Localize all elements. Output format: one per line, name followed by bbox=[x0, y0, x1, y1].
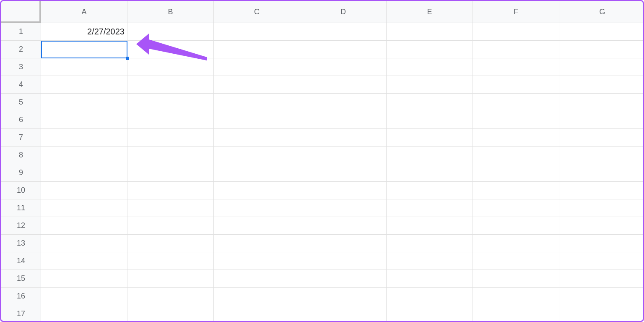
cell-g13[interactable] bbox=[559, 235, 643, 252]
cell-e15[interactable] bbox=[387, 270, 473, 288]
cell-a9[interactable] bbox=[41, 164, 127, 182]
cell-a5[interactable] bbox=[41, 94, 127, 111]
cell-d13[interactable] bbox=[300, 235, 387, 252]
cell-a6[interactable] bbox=[41, 111, 127, 129]
row-header-12[interactable]: 12 bbox=[1, 217, 41, 235]
cell-f14[interactable] bbox=[473, 252, 559, 270]
column-header-d[interactable]: D bbox=[300, 1, 387, 23]
cell-b6[interactable] bbox=[127, 111, 214, 129]
cell-g8[interactable] bbox=[559, 147, 643, 164]
cell-c14[interactable] bbox=[214, 252, 300, 270]
cell-e7[interactable] bbox=[387, 129, 473, 147]
cell-e13[interactable] bbox=[387, 235, 473, 252]
cell-e12[interactable] bbox=[387, 217, 473, 235]
row-header-6[interactable]: 6 bbox=[1, 111, 41, 129]
cell-f7[interactable] bbox=[473, 129, 559, 147]
cell-f1[interactable] bbox=[473, 23, 559, 41]
cell-a2[interactable] bbox=[41, 41, 127, 58]
cell-e1[interactable] bbox=[387, 23, 473, 41]
cell-d4[interactable] bbox=[300, 76, 387, 94]
cell-a16[interactable] bbox=[41, 288, 127, 305]
cell-b12[interactable] bbox=[127, 217, 214, 235]
cell-c5[interactable] bbox=[214, 94, 300, 111]
cell-b1[interactable] bbox=[127, 23, 214, 41]
cell-e9[interactable] bbox=[387, 164, 473, 182]
cell-g17[interactable] bbox=[559, 305, 643, 321]
cell-a8[interactable] bbox=[41, 147, 127, 164]
cell-b3[interactable] bbox=[127, 58, 214, 76]
column-header-b[interactable]: B bbox=[127, 1, 214, 23]
cell-d16[interactable] bbox=[300, 288, 387, 305]
cell-b11[interactable] bbox=[127, 199, 214, 217]
row-header-10[interactable]: 10 bbox=[1, 182, 41, 199]
row-header-4[interactable]: 4 bbox=[1, 76, 41, 94]
cell-c16[interactable] bbox=[214, 288, 300, 305]
cell-g11[interactable] bbox=[559, 199, 643, 217]
cell-c10[interactable] bbox=[214, 182, 300, 199]
row-header-1[interactable]: 1 bbox=[1, 23, 41, 41]
row-header-3[interactable]: 3 bbox=[1, 58, 41, 76]
cell-f10[interactable] bbox=[473, 182, 559, 199]
cell-f5[interactable] bbox=[473, 94, 559, 111]
cell-a11[interactable] bbox=[41, 199, 127, 217]
cell-g10[interactable] bbox=[559, 182, 643, 199]
cell-f2[interactable] bbox=[473, 41, 559, 58]
row-header-2[interactable]: 2 bbox=[1, 41, 41, 58]
cell-d5[interactable] bbox=[300, 94, 387, 111]
cell-b14[interactable] bbox=[127, 252, 214, 270]
cell-a10[interactable] bbox=[41, 182, 127, 199]
cell-a13[interactable] bbox=[41, 235, 127, 252]
cell-d3[interactable] bbox=[300, 58, 387, 76]
cell-d14[interactable] bbox=[300, 252, 387, 270]
cell-d17[interactable] bbox=[300, 305, 387, 321]
cell-c9[interactable] bbox=[214, 164, 300, 182]
cell-g3[interactable] bbox=[559, 58, 643, 76]
cell-b13[interactable] bbox=[127, 235, 214, 252]
cell-f4[interactable] bbox=[473, 76, 559, 94]
cell-f15[interactable] bbox=[473, 270, 559, 288]
cell-e3[interactable] bbox=[387, 58, 473, 76]
cell-f11[interactable] bbox=[473, 199, 559, 217]
cell-f13[interactable] bbox=[473, 235, 559, 252]
cell-a7[interactable] bbox=[41, 129, 127, 147]
cell-f3[interactable] bbox=[473, 58, 559, 76]
cell-c1[interactable] bbox=[214, 23, 300, 41]
cell-b4[interactable] bbox=[127, 76, 214, 94]
column-header-f[interactable]: F bbox=[473, 1, 559, 23]
cell-g12[interactable] bbox=[559, 217, 643, 235]
cell-e2[interactable] bbox=[387, 41, 473, 58]
cell-c6[interactable] bbox=[214, 111, 300, 129]
cell-c15[interactable] bbox=[214, 270, 300, 288]
cell-d2[interactable] bbox=[300, 41, 387, 58]
cell-e8[interactable] bbox=[387, 147, 473, 164]
cell-c17[interactable] bbox=[214, 305, 300, 321]
cell-g1[interactable] bbox=[559, 23, 643, 41]
cell-f6[interactable] bbox=[473, 111, 559, 129]
row-header-9[interactable]: 9 bbox=[1, 164, 41, 182]
row-header-7[interactable]: 7 bbox=[1, 129, 41, 147]
cell-f12[interactable] bbox=[473, 217, 559, 235]
cell-d7[interactable] bbox=[300, 129, 387, 147]
cell-e4[interactable] bbox=[387, 76, 473, 94]
cell-e10[interactable] bbox=[387, 182, 473, 199]
row-header-14[interactable]: 14 bbox=[1, 252, 41, 270]
cell-c8[interactable] bbox=[214, 147, 300, 164]
cell-f9[interactable] bbox=[473, 164, 559, 182]
cell-b9[interactable] bbox=[127, 164, 214, 182]
column-header-e[interactable]: E bbox=[387, 1, 473, 23]
cell-e17[interactable] bbox=[387, 305, 473, 321]
cell-a14[interactable] bbox=[41, 252, 127, 270]
cell-b10[interactable] bbox=[127, 182, 214, 199]
cell-f8[interactable] bbox=[473, 147, 559, 164]
fill-handle[interactable] bbox=[126, 57, 129, 60]
cell-c3[interactable] bbox=[214, 58, 300, 76]
cell-a15[interactable] bbox=[41, 270, 127, 288]
cell-a17[interactable] bbox=[41, 305, 127, 321]
cell-c4[interactable] bbox=[214, 76, 300, 94]
column-header-g[interactable]: G bbox=[559, 1, 643, 23]
cell-a12[interactable] bbox=[41, 217, 127, 235]
cell-d15[interactable] bbox=[300, 270, 387, 288]
cell-b8[interactable] bbox=[127, 147, 214, 164]
cell-e16[interactable] bbox=[387, 288, 473, 305]
cell-g5[interactable] bbox=[559, 94, 643, 111]
